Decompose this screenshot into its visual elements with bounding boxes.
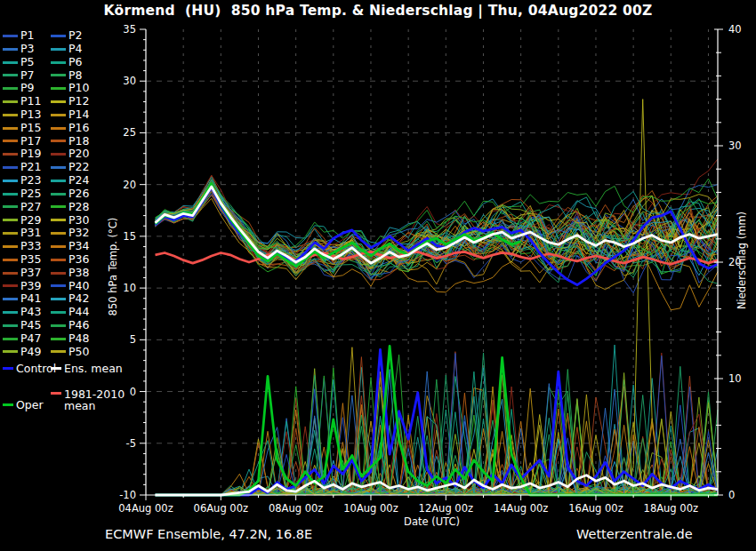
footer-model-info: ECMWF Ensemble, 47.2N, 16.8E bbox=[105, 527, 312, 541]
x-tick-label: 10Aug 00z bbox=[343, 502, 398, 515]
y-left-tick-label: -10 bbox=[119, 489, 136, 501]
y-left-tick-label: 25 bbox=[123, 126, 136, 139]
ensemble-forecast-page: Körmend (HU) 850 hPa Temp. & Niederschla… bbox=[0, 0, 756, 551]
x-tick-label: 18Aug 00z bbox=[644, 502, 698, 515]
y-right-tick-label: 10 bbox=[728, 372, 742, 385]
y-left-tick-label: 10 bbox=[123, 282, 136, 294]
y-left-tick-label: 30 bbox=[123, 75, 136, 87]
y-left-tick-label: 15 bbox=[123, 230, 136, 243]
y-left-tick-label: 0 bbox=[130, 386, 136, 398]
x-axis-title: Date (UTC) bbox=[404, 515, 460, 528]
y-left-tick-label: 5 bbox=[130, 333, 136, 346]
y-left-tick-label: -5 bbox=[126, 437, 136, 450]
x-tick-label: 04Aug 00z bbox=[118, 502, 173, 515]
y-right-tick-label: 40 bbox=[728, 23, 742, 36]
y-right-tick-label: 0 bbox=[728, 489, 735, 501]
y-right-axis-title: Niederschlag (mm) bbox=[736, 212, 748, 309]
x-tick-label: 08Aug 00z bbox=[269, 502, 323, 515]
ensemble-plot: -10-50510152025303501020304004Aug 00z06A… bbox=[0, 0, 756, 551]
x-tick-label: 06Aug 00z bbox=[194, 502, 248, 515]
footer-brand: Wetterzentrale.de bbox=[576, 527, 693, 541]
x-tick-label: 14Aug 00z bbox=[494, 502, 548, 515]
y-right-tick-label: 30 bbox=[728, 140, 742, 152]
y-left-tick-label: 35 bbox=[123, 23, 136, 36]
y-left-axis-title: 850 hPa Temp. (°C) bbox=[107, 218, 119, 316]
y-left-tick-label: 20 bbox=[123, 179, 136, 191]
x-tick-label: 12Aug 00z bbox=[419, 502, 473, 515]
x-tick-label: 16Aug 00z bbox=[568, 502, 623, 515]
